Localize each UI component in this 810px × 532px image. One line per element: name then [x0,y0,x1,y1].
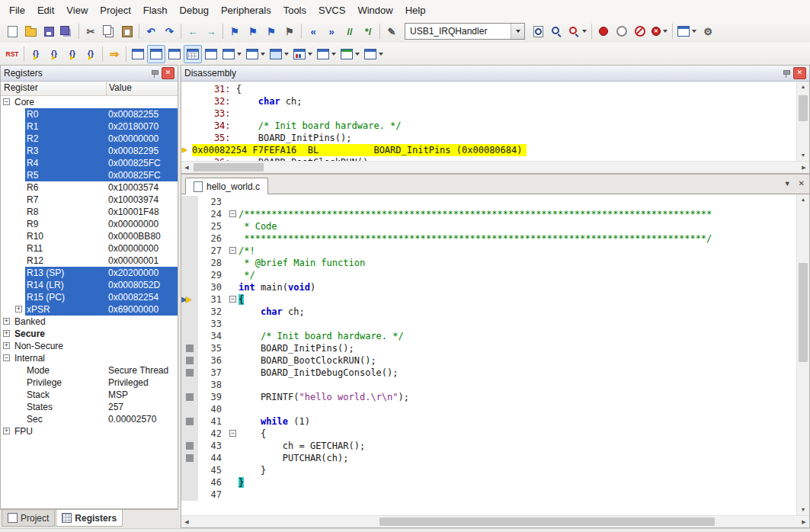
menu-tools[interactable]: Tools [277,1,312,20]
uncomment-selection-button[interactable]: */ [359,22,377,40]
disassembly-line[interactable]: 31: { [181,83,796,95]
breakpoint-gutter[interactable] [181,232,198,245]
insert-remove-breakpoint-button[interactable] [594,22,613,40]
workspace-tab-registers[interactable]: Registers [56,510,123,527]
register-row[interactable]: R14 (LR)0x0008052D [1,279,178,291]
breakpoint-gutter[interactable] [181,440,198,452]
close-icon[interactable] [162,67,174,79]
breakpoint-gutter[interactable] [181,464,198,476]
registers-window-button[interactable] [184,45,202,63]
register-row[interactable]: R120x00000001 [1,255,178,267]
fold-toggle-icon[interactable] [229,296,236,303]
register-row[interactable]: R80x10001F48 [1,206,178,218]
code-line[interactable]: 27/*! [181,245,796,257]
register-row[interactable]: +Banked [1,316,178,328]
tab-list-dropdown-icon[interactable] [784,180,791,187]
code-line[interactable]: 37 BOARD_InitDebugConsole(); [181,367,796,379]
step-into-button[interactable]: {} [27,45,45,63]
menu-svcs[interactable]: SVCS [312,1,351,20]
indent-button[interactable]: » [322,22,341,40]
code-line[interactable]: ▶▶31{ [181,293,796,306]
breakpoint-gutter[interactable] [181,379,198,391]
register-row[interactable]: R70x10003974 [1,194,178,206]
code-line[interactable]: 38 [181,379,796,391]
register-row[interactable]: Sec0.00002570 [1,413,178,425]
register-row[interactable]: R110x00000000 [1,242,178,255]
register-row[interactable]: R10x20180070 [1,120,178,133]
breakpoint-gutter[interactable] [181,415,198,428]
new-file-button[interactable] [3,22,21,40]
code-line[interactable]: 40 [181,403,796,415]
code-line[interactable]: 39 PRINTF("hello world.\r\n"); [181,391,796,403]
breakpoint-gutter[interactable] [181,428,198,440]
menu-window[interactable]: Window [351,1,399,20]
menu-file[interactable]: File [3,1,31,20]
code-line[interactable]: 44 PUTCHAR(ch); [181,452,796,464]
breakpoint-gutter[interactable] [181,196,198,208]
system-viewer-window-button[interactable] [338,45,362,63]
register-row[interactable]: States257 [1,401,178,413]
unindent-button[interactable]: « [304,22,322,40]
pin-icon[interactable] [783,69,790,78]
cut-button[interactable]: ✂ [82,22,100,40]
code-line[interactable]: 36 BOARD_BootClockRUN(); [181,354,796,367]
bookmark-next-button[interactable]: ⚑ [262,22,280,40]
scroll-down-button[interactable] [797,150,809,161]
register-row[interactable]: R60x10003574 [1,181,178,194]
disassembly-vertical-scrollbar[interactable] [796,82,809,161]
collapse-icon[interactable]: − [3,354,10,361]
navigate-forward-button[interactable]: → [202,22,220,40]
breakpoint-gutter[interactable] [181,367,198,379]
step-over-button[interactable]: {} [45,45,63,63]
save-button[interactable] [40,22,58,40]
combo-dropdown-icon[interactable] [511,24,524,39]
breakpoint-gutter[interactable] [181,245,198,257]
pin-icon[interactable] [151,69,158,78]
expand-icon[interactable]: + [3,318,10,325]
register-row[interactable]: R30x00082295 [1,145,178,157]
scroll-down-button[interactable] [797,505,809,515]
edit-document-button[interactable]: ✎ [383,22,401,40]
reset-cpu-button[interactable]: RST [3,45,21,63]
menu-project[interactable]: Project [94,1,136,20]
register-row[interactable]: R20x00000000 [1,133,178,145]
toolbox-window-button[interactable] [362,45,386,63]
scrollbar-thumb[interactable] [799,263,808,362]
fold-toggle-icon[interactable] [229,210,236,217]
breakpoint-gutter[interactable] [181,391,198,403]
breakpoint-gutter[interactable] [181,342,198,354]
register-row[interactable]: StackMSP [1,389,178,401]
code-line[interactable]: 29 */ [181,269,796,281]
register-row[interactable]: +Non-Secure [1,340,178,352]
breakpoint-gutter[interactable] [181,403,198,415]
find-in-files-button[interactable] [529,22,547,40]
disassembly-line[interactable]: 33: [181,107,796,120]
code-line[interactable]: 32 char ch; [181,306,796,318]
find-button[interactable] [547,22,565,40]
register-row[interactable]: R100x0000BB80 [1,230,178,242]
call-stack-window-button[interactable] [202,45,220,63]
breakpoint-gutter[interactable] [181,476,198,489]
breakpoint-gutter[interactable]: ▶▶ [181,293,198,306]
editor-horizontal-scrollbar[interactable] [181,515,809,527]
breakpoint-gutter[interactable] [181,281,198,293]
scroll-left-button[interactable] [181,516,192,527]
configure-tools-button[interactable]: ⚙ [699,22,717,40]
bookmark-previous-button[interactable]: ⚑ [244,22,262,40]
breakpoint-gutter[interactable] [181,208,198,220]
disassembly-horizontal-scrollbar[interactable] [181,161,809,173]
save-all-button[interactable] [58,22,76,40]
watch-window-button[interactable] [220,45,244,63]
expand-icon[interactable]: + [3,342,10,349]
disassembly-window-button[interactable] [147,45,165,63]
menu-flash[interactable]: Flash [137,1,174,20]
code-line[interactable]: 35 BOARD_InitPins(); [181,342,796,354]
scroll-up-button[interactable] [797,194,809,205]
code-line[interactable]: 28 * @brief Main function [181,257,796,269]
disassembly-lines[interactable]: 31: { 32: char ch; 33: 34: /* Init board… [181,82,796,161]
register-row[interactable]: −Internal [1,352,178,364]
scrollbar-thumb[interactable] [194,163,264,171]
bookmark-toggle-button[interactable]: ⚑ [226,22,244,40]
collapse-icon[interactable]: − [3,98,10,105]
expand-icon[interactable]: + [3,330,10,337]
